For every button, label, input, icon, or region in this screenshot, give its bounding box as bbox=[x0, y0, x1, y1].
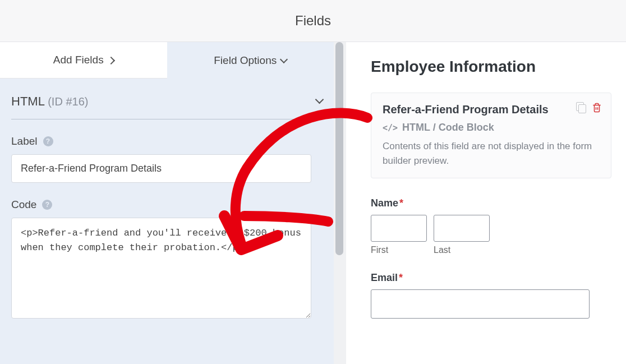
scrollbar-thumb[interactable] bbox=[335, 42, 343, 255]
tab-field-options[interactable]: Field Options bbox=[167, 42, 334, 79]
form-title: Employee Information bbox=[371, 58, 611, 76]
section-name: HTML bbox=[11, 94, 44, 108]
tab-options-label: Field Options bbox=[214, 54, 277, 67]
scrollbar-gutter bbox=[334, 42, 346, 364]
section-title: HTML (ID #16) bbox=[11, 94, 88, 109]
code-label-row: Code ? bbox=[11, 199, 323, 211]
name-inputs-row: First Last bbox=[371, 215, 611, 255]
first-sublabel: First bbox=[371, 245, 427, 255]
email-label: Email* bbox=[371, 272, 611, 284]
label-input[interactable] bbox=[11, 154, 311, 183]
top-header: Fields bbox=[0, 0, 626, 42]
page-title: Fields bbox=[295, 13, 331, 29]
tab-add-label: Add Fields bbox=[53, 54, 104, 66]
name-label: Name* bbox=[371, 197, 611, 209]
required-mark: * bbox=[399, 272, 403, 283]
section-id: (ID #16) bbox=[48, 95, 88, 108]
card-description: Contents of this field are not displayed… bbox=[383, 139, 600, 168]
section-header-html[interactable]: HTML (ID #16) bbox=[11, 89, 323, 119]
name-field: Name* First Last bbox=[371, 197, 611, 255]
card-subtitle-row: </> HTML / Code Block bbox=[383, 122, 600, 133]
code-field-label: Code bbox=[11, 199, 36, 211]
left-panel: Add Fields Field Options HTML (ID #16) L… bbox=[0, 42, 334, 364]
card-actions bbox=[576, 102, 602, 116]
tab-add-fields[interactable]: Add Fields bbox=[0, 42, 167, 79]
label-field-label: Label bbox=[11, 135, 38, 148]
card-subtitle: HTML / Code Block bbox=[402, 122, 494, 133]
last-sublabel: Last bbox=[434, 245, 490, 255]
name-label-text: Name bbox=[371, 197, 398, 209]
chevron-down-icon bbox=[316, 96, 323, 107]
chevron-right-icon bbox=[108, 54, 114, 66]
card-title: Refer-a-Friend Program Details bbox=[383, 103, 600, 116]
email-input[interactable] bbox=[371, 289, 590, 319]
code-field-group: Code ? bbox=[11, 199, 323, 321]
required-mark: * bbox=[399, 197, 403, 209]
right-panel-preview: Employee Information Refer-a-Friend Prog… bbox=[346, 42, 626, 364]
tabs-row: Add Fields Field Options bbox=[0, 42, 334, 79]
section-body: HTML (ID #16) Label ? Code ? bbox=[0, 79, 334, 321]
first-name-input[interactable] bbox=[371, 215, 427, 242]
help-icon[interactable]: ? bbox=[42, 200, 52, 210]
email-field: Email* bbox=[371, 272, 611, 319]
last-name-input[interactable] bbox=[434, 215, 490, 242]
duplicate-icon[interactable] bbox=[576, 102, 586, 112]
trash-icon[interactable] bbox=[592, 102, 602, 116]
label-row: Label ? bbox=[11, 135, 323, 148]
code-icon: </> bbox=[383, 123, 398, 133]
help-icon[interactable]: ? bbox=[43, 136, 53, 146]
html-block-card[interactable]: Refer-a-Friend Program Details </> HTML … bbox=[371, 93, 611, 178]
code-textarea[interactable] bbox=[11, 218, 311, 319]
chevron-down-icon bbox=[281, 54, 287, 67]
main-container: Add Fields Field Options HTML (ID #16) L… bbox=[0, 42, 626, 364]
label-field-group: Label ? bbox=[11, 135, 323, 183]
first-name-col: First bbox=[371, 215, 427, 255]
email-label-text: Email bbox=[371, 272, 398, 283]
last-name-col: Last bbox=[434, 215, 490, 255]
